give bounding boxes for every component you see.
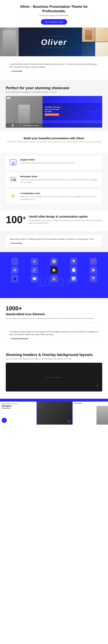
svg-rect-3: [11, 165, 16, 166]
dark-preview: PRESENTATION SLIDE insert your text here…: [6, 363, 102, 392]
icons-col-5: 📌 ⭐ 🏆: [84, 258, 102, 282]
icon-item-bolt: ⚡: [31, 258, 38, 265]
hero-center: CREATIVE MINIMAL SLIDE Oliver ONLY FOR P…: [41, 36, 67, 48]
icon-item-home: 🏠: [50, 266, 58, 274]
svg-rect-8: [14, 178, 15, 178]
testimonial-box-3: A wonderfully elegant design with clean …: [6, 328, 102, 343]
icon-item-star: ⭐: [90, 266, 97, 274]
feature-icon-bulb-wrap: [9, 192, 18, 201]
testimonial-author-1: Fronda Katie: [10, 70, 98, 72]
feature-title-3: 4 Combination Color: [20, 192, 99, 194]
page-title: Oliver - Business Presentation Theme for…: [9, 4, 99, 13]
hero-right-images: ✏: [82, 28, 108, 56]
stats-text-1: Useful slide design & customization opti…: [29, 215, 102, 227]
testimonial-text-1: Loving this theme so far! The best part …: [10, 63, 98, 68]
hero-left-image: [0, 28, 19, 56]
icon-item-settings: ⚙️: [11, 266, 18, 274]
testimonial-author-3: Kathryn Broadwood: [10, 338, 98, 340]
curve-arrow-wrap: [93, 382, 99, 389]
icon-item-doc: 📄: [70, 266, 77, 274]
hero-brand: Oliver: [41, 38, 67, 47]
feature-title-2: Resizeable Vector: [20, 176, 99, 178]
info-icon-3: ⚡: [15, 124, 18, 126]
infographic-label: Full Infographic display: [22, 125, 39, 126]
icon-item-headphones: 🎧: [11, 258, 18, 265]
icon-item-pin: 📌: [90, 258, 97, 265]
handcrafted-num-text: 1000: [6, 305, 18, 312]
svg-rect-7: [12, 178, 14, 178]
purchase-button[interactable]: → Purchase for $19: [41, 19, 67, 24]
header-subtitle: #awesome design and functionality: [9, 14, 99, 16]
showcase-left-panel: W: [6, 96, 42, 128]
bottom-item-2: [37, 402, 72, 424]
bottom-section: Easily to edit by all of you Education E…: [0, 399, 108, 424]
feature-desc-2: If you have any question about the color…: [20, 178, 99, 184]
headers-subtitle: #you can simply with drag and drop Image…: [6, 358, 102, 360]
testimonial-box-1: Loving this theme so far! The best part …: [6, 60, 102, 75]
bottom-item-1: Easily to edit by all of you Education E…: [0, 402, 36, 424]
svg-rect-9: [11, 179, 13, 181]
svg-rect-2: [12, 164, 14, 165]
feature-content-1: Support Online If you have any question …: [20, 158, 75, 164]
bottom-decoration: ●: [74, 422, 74, 424]
curve-arrow-icon: [93, 382, 99, 389]
icon-item-image: 🖼️: [50, 258, 58, 265]
hero-small-label: CREATIVE MINIMAL SLIDE: [41, 36, 67, 37]
palette-icon: [9, 176, 17, 184]
hero-section: CREATIVE MINIMAL SLIDE Oliver ONLY FOR P…: [0, 28, 108, 56]
icon-item-link: 🔗: [31, 266, 38, 274]
showcase-subtitle: #Ever dreaming of becoming the most bada…: [6, 91, 102, 93]
icon-item-bulb: 💡: [70, 258, 77, 265]
handcrafted-section: 1000+ Handcrafted Icon Element font icon…: [0, 298, 108, 328]
showcase-preview: W Creativity is the way Ishare my soul w…: [6, 96, 102, 128]
dark-preview-small-top: PRESENTATION SLIDE: [45, 368, 63, 369]
bottom-item-3: OLIVER BIAINER ●: [72, 402, 108, 424]
dark-line-3: [47, 383, 61, 383]
build-subtitle: #Oliver provide unlimited layout based o…: [6, 141, 102, 142]
testimonial-section-1: Loving this theme so far! The best part …: [0, 56, 108, 80]
icons-col-2: ⚡ 🔗 ✉️: [25, 258, 43, 282]
bottom-sublabel-1: Everywhere: [2, 407, 35, 409]
svg-rect-6: [11, 178, 12, 178]
build-section: Build your beautiful presentation with O…: [0, 131, 108, 153]
watermark-handcrafted: 米着设计 mksj.net: [6, 321, 102, 323]
icons-col-3: 🖼️ 🏠 🔒: [45, 258, 63, 282]
icons-col-1: 🎧 ⚙️ 📱: [6, 258, 24, 282]
unleash-button[interactable]: Unleash your creativity: [45, 114, 59, 116]
hero-img-1: [82, 28, 95, 42]
download-icon[interactable]: ↓: [2, 418, 7, 423]
watermark-icons: 米着设计 mksj.net: [94, 274, 105, 276]
svg-rect-14: [13, 198, 14, 198]
feature-content-2: Resizeable Vector If you have any questi…: [20, 176, 99, 184]
testimonial-section-2: Appreciate this seller for updating prod…: [0, 231, 108, 252]
bottom-tag-3: OLIVER BIAINER: [74, 403, 107, 404]
feature-content-3: 4 Combination Color Bored with our color…: [20, 192, 99, 200]
info-icon-4: 🔗: [19, 124, 21, 126]
watermark-1: mksj.net: [95, 72, 100, 74]
bottom-person: [96, 406, 108, 424]
handcrafted-number: 1000+: [6, 302, 102, 312]
infographic-icons: 👤 📊 ⚡ 🔗: [8, 124, 21, 126]
stats-desc-1: Building gorgeous and creative presentat…: [29, 219, 102, 224]
watermark-showcase: 米着设计 mksj.net: [88, 111, 99, 113]
svg-rect-10: [14, 179, 16, 181]
info-icon-2: 📊: [12, 124, 14, 126]
feature-box-1: Support Online If you have any question …: [6, 156, 102, 170]
stats-number-wrap-1: 100 +: [6, 215, 26, 225]
build-heading: Build your beautiful presentation with O…: [6, 137, 102, 140]
testimonial-box-2: Appreciate this seller for updating prod…: [6, 235, 102, 247]
features-section: Support Online If you have any question …: [0, 153, 108, 210]
svg-rect-13: [13, 197, 14, 198]
feature-box-3: 4 Combination Color Bored with our color…: [6, 189, 102, 204]
showcase-section: Perfect for your stunning showcase #Ever…: [0, 80, 108, 131]
icon-item-trophy: 🏆: [90, 275, 97, 282]
stats-section-1: 100 + Useful slide design & customizatio…: [0, 210, 108, 231]
icon-item-mail: ✉️: [31, 275, 38, 282]
svg-line-15: [11, 195, 12, 195]
hero-img-3: [82, 42, 95, 56]
icons-col-4: 💡 📄 📊: [65, 258, 82, 282]
svg-line-17: [15, 195, 15, 195]
bottom-tag-1: Easily to edit by all of you: [2, 403, 35, 404]
stats-number-1: 100: [6, 215, 22, 225]
watermark-dark: 米着设计 mksj.net: [90, 364, 101, 366]
